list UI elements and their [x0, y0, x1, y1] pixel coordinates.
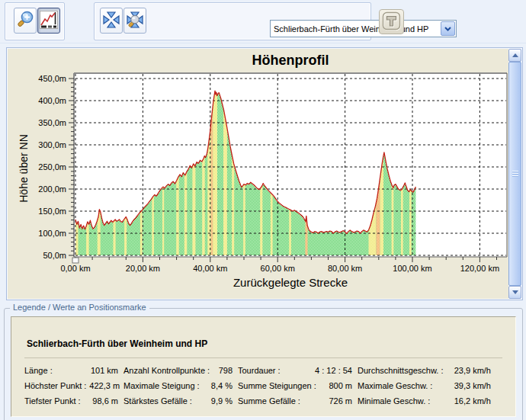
- x-tick-label: 80,00 km: [328, 264, 362, 273]
- x-tick-label: 20,00 km: [126, 264, 160, 273]
- stat-cell: Maximale Geschw. :39,3 km/h: [358, 381, 491, 390]
- x-tick-label: 120,00 km: [460, 264, 499, 273]
- stat-label: Minimale Geschw. :: [358, 396, 430, 406]
- stat-cell: Minimale Geschw. :16,2 km/h: [358, 396, 491, 406]
- stat-cell: Summe Gefälle :726 m: [238, 396, 352, 406]
- stat-value: 800 m: [326, 381, 352, 390]
- toolbar-group-route: Schlierbach-Fürth über Weinheim und HP: [94, 2, 371, 40]
- toolbar: Schlierbach-Fürth über Weinheim und HP: [0, 0, 526, 43]
- fit-zoom-icon: [125, 10, 145, 32]
- legend-panel: Schlierbach-Fürth über Weinheim und HP L…: [11, 316, 516, 417]
- stat-cell: Länge :101 km: [24, 366, 118, 375]
- chevron-down-icon[interactable]: [441, 21, 455, 36]
- y-tick-label: 150,0m: [38, 207, 66, 216]
- position-marker-handle[interactable]: [72, 258, 79, 263]
- route-stats: Länge :101 kmAnzahl Kontrollpunkte :798T…: [24, 366, 491, 406]
- stat-label: Länge :: [24, 366, 53, 375]
- elevation-profile-app: Schlierbach-Fürth über Weinheim und HP: [0, 0, 526, 420]
- stat-cell: Stärkstes Gefälle :9,9 %: [123, 396, 233, 406]
- stat-label: Stärkstes Gefälle :: [123, 396, 192, 406]
- stat-value: 798: [216, 366, 233, 375]
- position-marker-button[interactable]: [379, 9, 404, 34]
- position-marker: [72, 258, 79, 263]
- scrollbar-thumb[interactable]: [508, 62, 521, 286]
- stat-value: 16,2 km/h: [451, 396, 491, 406]
- toolbar-group-view: [5, 2, 65, 40]
- y-tick-label: 200,0m: [38, 184, 66, 194]
- zoom-in-icon: [15, 10, 35, 32]
- y-tick-label: 250,0m: [38, 162, 66, 172]
- elevation-chart-panel: Höhenprofil Höhe über NN: [6, 47, 523, 300]
- stat-cell: Höchster Punkt :422,3 m: [24, 381, 118, 390]
- stat-cell: Maximale Steigung :8,4 %: [123, 381, 233, 390]
- separator: [24, 357, 502, 358]
- elevation-chart-button[interactable]: [37, 8, 60, 34]
- x-tick-label: 60,00 km: [261, 264, 295, 273]
- position-marker-icon: [381, 11, 402, 34]
- y-tick-label: 50,0m: [43, 251, 66, 260]
- y-tick-label: 350,0m: [38, 118, 66, 127]
- legend-groupbox: Legende / Werte an Positionsmarke Schlie…: [4, 308, 523, 420]
- vertical-scrollbar[interactable]: [508, 49, 521, 299]
- stat-value: 98,6 m: [89, 396, 118, 406]
- stat-label: Anzahl Kontrollpunkte :: [123, 366, 210, 375]
- stat-label: Maximale Geschw. :: [358, 381, 432, 390]
- route-title: Schlierbach-Fürth über Weinheim und HP: [27, 338, 207, 349]
- stat-label: Summe Gefälle :: [238, 396, 300, 406]
- stat-value: 9,9 %: [208, 396, 233, 406]
- stat-value: 39,3 km/h: [451, 381, 491, 390]
- stat-label: Durchschnittsgeschw. :: [358, 366, 444, 375]
- stat-value: 4 : 12 : 54: [312, 366, 352, 375]
- y-tick-label: 300,0m: [38, 140, 66, 149]
- stat-value: 101 km: [88, 366, 118, 375]
- arrow-down-icon: [512, 290, 518, 294]
- x-tick-label: 40,00 km: [193, 264, 227, 273]
- legend-groupbox-title: Legende / Werte an Positionsmarke: [10, 303, 149, 312]
- stat-value: 23,9 km/h: [451, 366, 491, 375]
- x-tick-label: 0,00 km: [60, 264, 90, 273]
- stat-label: Tiefster Punkt :: [24, 396, 81, 406]
- stat-value: 8,4 %: [208, 381, 233, 390]
- stat-value: 726 m: [326, 396, 352, 406]
- elevation-chart-icon: [39, 10, 59, 32]
- arrow-up-icon: [512, 53, 518, 57]
- stat-label: Höchster Punkt :: [24, 381, 86, 390]
- x-tick-label: 100,00 km: [393, 264, 431, 273]
- fit-zoom-button[interactable]: [123, 8, 146, 34]
- stat-cell: Summe Steigungen :800 m: [238, 381, 352, 390]
- route-select[interactable]: Schlierbach-Fürth über Weinheim und HP: [270, 20, 457, 37]
- stat-value: 422,3 m: [86, 381, 120, 390]
- stat-cell: Anzahl Kontrollpunkte :798: [123, 366, 233, 375]
- stat-cell: Tourdauer :4 : 12 : 54: [238, 366, 352, 375]
- fit-view-button[interactable]: [100, 8, 123, 34]
- stat-cell: Tiefster Punkt :98,6 m: [24, 396, 118, 406]
- elevation-plot[interactable]: 50,0m100,0m150,0m200,0m250,0m300,0m350,0…: [7, 48, 509, 300]
- stat-label: Tourdauer :: [238, 366, 281, 375]
- scroll-down-button[interactable]: [508, 286, 521, 299]
- route-select-value: Schlierbach-Fürth über Weinheim und HP: [271, 24, 440, 34]
- zoom-in-button[interactable]: [14, 8, 37, 34]
- stat-cell: Durchschnittsgeschw. :23,9 km/h: [358, 366, 491, 375]
- scrollbar-grip-icon: [512, 171, 518, 177]
- stat-label: Summe Steigungen :: [238, 381, 316, 390]
- y-tick-label: 100,0m: [38, 229, 66, 238]
- x-axis-title: Zurückgelegte Strecke: [74, 276, 507, 289]
- y-tick-label: 450,0m: [38, 74, 66, 83]
- y-tick-label: 400,0m: [38, 96, 66, 105]
- fit-view-icon: [101, 10, 121, 32]
- stat-label: Maximale Steigung :: [123, 381, 200, 390]
- scroll-up-button[interactable]: [508, 49, 521, 62]
